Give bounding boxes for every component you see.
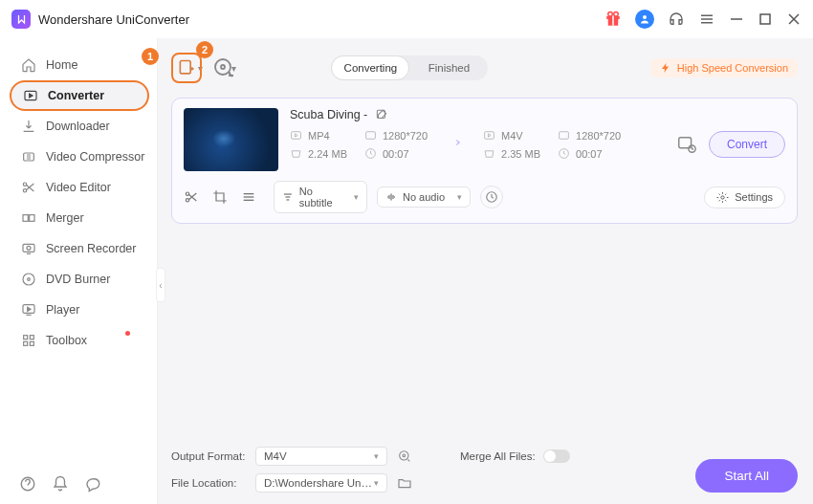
src-duration: 00:07 <box>364 147 428 160</box>
recorder-icon <box>21 241 36 256</box>
support-icon[interactable] <box>668 11 685 28</box>
subtitle-select-value: No subtitle <box>299 186 348 208</box>
crop-icon[interactable] <box>212 189 228 205</box>
status-tabs: Converting Finished <box>331 55 488 80</box>
svg-point-3 <box>608 12 613 17</box>
audio-select[interactable]: No audio ▾ <box>377 186 471 208</box>
svg-point-31 <box>221 65 225 69</box>
merge-label: Merge All Files: <box>460 450 536 462</box>
svg-point-47 <box>721 195 724 198</box>
sidebar-item-label: Player <box>46 303 157 317</box>
sidebar-item-label: Merger <box>46 211 157 225</box>
file-location-select[interactable]: D:\Wondershare UnConverter 1▾ <box>255 473 387 493</box>
svg-rect-33 <box>292 132 301 140</box>
start-all-button[interactable]: Start All <box>695 459 798 493</box>
scissors-icon <box>21 180 36 195</box>
output-preset-icon[interactable] <box>676 134 697 155</box>
open-folder-icon[interactable] <box>397 475 412 491</box>
svg-point-4 <box>614 12 619 17</box>
gift-icon[interactable] <box>604 11 622 28</box>
svg-rect-27 <box>30 341 33 345</box>
output-format-value: M4V <box>264 450 287 462</box>
sidebar-item-merger[interactable]: Merger <box>0 203 157 233</box>
sidebar-item-compressor[interactable]: Video Compressor <box>0 142 157 172</box>
item-settings-button[interactable]: Settings <box>704 186 785 208</box>
output-format-select[interactable]: M4V▾ <box>255 447 387 466</box>
merger-icon <box>21 210 36 226</box>
svg-point-21 <box>23 274 34 285</box>
svg-rect-18 <box>30 215 34 222</box>
high-speed-badge[interactable]: High Speed Conversion <box>650 58 798 77</box>
edit-title-icon[interactable] <box>375 108 388 121</box>
notification-dot <box>125 331 130 336</box>
app-title: Wondershare UniConverter <box>38 12 189 27</box>
file-location-value: D:\Wondershare UnConverter 1 <box>264 477 374 489</box>
sidebar-item-player[interactable]: Player <box>0 295 157 325</box>
tab-finished[interactable]: Finished <box>409 55 488 80</box>
svg-point-48 <box>400 451 408 460</box>
src-size: 2.24 MB <box>290 147 347 160</box>
output-settings-icon[interactable] <box>397 449 412 464</box>
subtitle-select[interactable]: No subtitle ▾ <box>274 181 367 213</box>
src-format: MP4 <box>290 129 347 142</box>
convert-button[interactable]: Convert <box>709 131 785 158</box>
tab-converting[interactable]: Converting <box>331 55 409 80</box>
feedback-icon[interactable] <box>84 475 101 493</box>
minimize-button[interactable] <box>729 11 744 27</box>
sidebar-item-editor[interactable]: Video Editor <box>0 172 157 203</box>
annotation-badge-1: 1 <box>142 48 159 65</box>
effects-icon[interactable] <box>241 189 256 205</box>
file-location-label: File Location: <box>171 477 246 489</box>
titlebar: Wondershare UniConverter <box>0 0 813 38</box>
sidebar-item-converter[interactable]: Converter <box>10 80 149 111</box>
converter-icon <box>23 88 38 103</box>
main-panel: 2 ▾ ▾ Converting Finished High Speed Con… <box>158 38 813 504</box>
svg-rect-25 <box>30 336 33 340</box>
download-icon <box>21 119 36 134</box>
svg-rect-29 <box>180 61 190 74</box>
compressor-icon <box>21 149 36 164</box>
sidebar-item-label: Home <box>46 58 157 72</box>
sidebar: Home 1 Converter Downloader Video Compre… <box>0 38 158 504</box>
sidebar-item-toolbox[interactable]: Toolbox <box>0 325 157 356</box>
maximize-button[interactable] <box>758 11 773 27</box>
audio-select-value: No audio <box>403 191 445 203</box>
close-button[interactable] <box>786 11 802 27</box>
add-disc-dropdown-caret[interactable]: ▾ <box>231 63 236 74</box>
disc-icon <box>21 272 36 287</box>
trim-icon[interactable] <box>184 189 199 205</box>
sidebar-item-label: Toolbox <box>46 334 157 347</box>
annotation-badge-2: 2 <box>196 41 213 58</box>
svg-point-49 <box>403 454 406 457</box>
add-file-button[interactable]: 2 <box>171 53 202 83</box>
sidebar-item-label: DVD Burner <box>46 273 157 286</box>
speed-info-icon[interactable] <box>480 186 503 208</box>
arrow-icon <box>445 134 466 155</box>
sidebar-item-home[interactable]: Home 1 <box>0 50 157 80</box>
video-thumbnail[interactable] <box>184 108 278 171</box>
sidebar-item-label: Downloader <box>46 120 157 133</box>
svg-rect-2 <box>612 16 614 26</box>
merge-toggle[interactable] <box>543 449 570 463</box>
video-title: Scuba Diving - <box>290 108 367 121</box>
home-icon <box>21 57 36 73</box>
svg-rect-19 <box>23 244 34 252</box>
svg-point-30 <box>215 59 231 75</box>
svg-rect-24 <box>24 336 28 340</box>
svg-rect-17 <box>23 215 28 222</box>
user-avatar-icon[interactable] <box>635 10 654 29</box>
sidebar-item-dvd[interactable]: DVD Burner <box>0 264 157 295</box>
svg-rect-36 <box>485 132 494 140</box>
app-logo <box>11 10 31 29</box>
toolbox-icon <box>21 333 36 348</box>
bell-icon[interactable] <box>52 475 69 493</box>
player-icon <box>21 302 36 318</box>
menu-icon[interactable] <box>698 11 715 28</box>
help-icon[interactable] <box>19 475 36 493</box>
conversion-item-card: Scuba Diving - MP4 2.24 MB 1280*720 00:0… <box>171 98 798 224</box>
sidebar-item-recorder[interactable]: Screen Recorder <box>0 233 157 264</box>
output-format-label: Output Format: <box>171 450 246 462</box>
svg-rect-10 <box>760 14 770 24</box>
sidebar-item-downloader[interactable]: Downloader <box>0 111 157 142</box>
src-resolution: 1280*720 <box>364 129 428 142</box>
